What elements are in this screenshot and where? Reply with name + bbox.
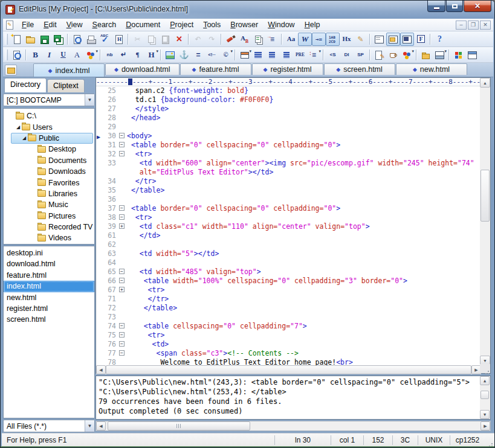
editor-vertical-scrollbar[interactable]: ▲ ▼: [480, 78, 490, 365]
new-html-page-button[interactable]: [112, 33, 126, 46]
tree-item-music[interactable]: Music: [4, 199, 94, 210]
scrollbar-thumb[interactable]: [108, 421, 250, 430]
bold-button[interactable]: B: [28, 48, 42, 62]
tab-index.html[interactable]: ◆index.html: [33, 63, 105, 77]
code-area[interactable]: 25 span.c2 {font-weight: bold}26 td.c1 {…: [96, 86, 481, 365]
cup-button[interactable]: [386, 48, 400, 62]
save-all-button[interactable]: [51, 33, 65, 46]
file-filter-select[interactable]: All Files (*.*) ▼: [3, 420, 95, 432]
save-button[interactable]: [37, 33, 51, 46]
file-item-download-html[interactable]: download.html: [4, 258, 94, 269]
tab-new.html[interactable]: ◆new.html: [396, 63, 467, 75]
anchor-button[interactable]: ⚓: [177, 48, 191, 62]
line-break-button[interactable]: ↵: [117, 48, 131, 62]
fold-collapse-icon[interactable]: −: [119, 323, 125, 328]
tree-item-libraries[interactable]: Libraries: [4, 188, 94, 199]
scroll-up-arrow[interactable]: ▲: [480, 376, 490, 385]
find-word-button[interactable]: [238, 33, 251, 46]
nbsp-button[interactable]: nb: [103, 48, 117, 62]
output-vertical-scrollbar[interactable]: ▲ ▼: [480, 376, 490, 419]
frame-button[interactable]: [465, 48, 479, 62]
output-text[interactable]: "C:\Users\Public\new.html"(243,3): <tabl…: [96, 376, 480, 419]
user-tools-button[interactable]: ✎: [354, 33, 367, 46]
div-button[interactable]: DI: [340, 48, 354, 62]
context-help-button[interactable]: ?: [433, 33, 447, 46]
tab-download.html[interactable]: ◆download.html: [105, 63, 180, 75]
pre-button[interactable]: PRE: [293, 48, 307, 62]
menu-window[interactable]: Window: [263, 19, 299, 30]
window-resize-grip[interactable]: [485, 434, 494, 446]
font-button[interactable]: A: [70, 48, 84, 62]
tab-register.html[interactable]: ◆register.html: [252, 63, 323, 75]
close-button[interactable]: ✕: [464, 1, 491, 12]
tree-item-documents[interactable]: Documents: [4, 155, 94, 166]
fold-collapse-icon[interactable]: −: [119, 214, 125, 220]
expand-arrow-icon[interactable]: ◢: [21, 135, 28, 141]
spell-check-button[interactable]: [98, 33, 112, 46]
print-preview-button[interactable]: [70, 33, 84, 46]
file-item-index-html[interactable]: index.html: [4, 281, 94, 292]
resize-grip[interactable]: [480, 364, 490, 373]
file-item-screen-html[interactable]: screen.html: [4, 314, 94, 325]
chevron-down-icon[interactable]: ▼: [85, 420, 94, 432]
scrollbar-thumb[interactable]: [480, 391, 489, 399]
function-list-button[interactable]: F: [414, 33, 428, 46]
quick-edit-button[interactable]: [372, 48, 386, 62]
toggle-case-button[interactable]: Aa: [284, 33, 298, 46]
print-button[interactable]: [84, 33, 98, 46]
minimize-button[interactable]: [427, 1, 445, 12]
editor-horizontal-scrollbar[interactable]: ◀ ▶: [96, 365, 481, 374]
menu-tools[interactable]: Tools: [198, 19, 225, 30]
comment-button[interactable]: <!··: [205, 48, 219, 62]
fold-expand-icon[interactable]: +: [119, 287, 125, 292]
word-wrap-button[interactable]: W: [298, 33, 312, 46]
heading-button[interactable]: H▾: [144, 48, 158, 62]
file-item-new-html[interactable]: new.html: [4, 292, 94, 303]
file-item-desktop-ini[interactable]: desktop.ini: [4, 248, 94, 258]
tree-item-videos[interactable]: Videos: [4, 232, 94, 243]
mdi-minimize-button[interactable]: –: [456, 21, 467, 30]
browser-preview-button[interactable]: [10, 48, 24, 62]
align-left-button[interactable]: [251, 48, 265, 62]
fold-collapse-icon[interactable]: −: [119, 205, 125, 211]
color-button[interactable]: ▾: [84, 48, 98, 62]
tree-item-users[interactable]: ◢Users: [4, 121, 94, 132]
menu-search[interactable]: Search: [88, 19, 121, 30]
copy-lines-button[interactable]: [251, 33, 265, 46]
strikeout-button[interactable]: <S: [326, 48, 340, 62]
tab-feature.html[interactable]: ◆feature.html: [180, 63, 251, 75]
output-horizontal-scrollbar[interactable]: ◀ ▶: [95, 421, 491, 431]
tree-item-downloads[interactable]: Downloads: [4, 166, 94, 177]
tree-item-recorded-tv[interactable]: Recorded TV: [4, 222, 94, 232]
fold-collapse-icon[interactable]: −: [119, 278, 125, 283]
horizontal-rule-button[interactable]: =: [191, 48, 205, 62]
menu-document[interactable]: Document: [121, 19, 165, 30]
menu-file[interactable]: File: [17, 19, 39, 30]
sync-directory-button[interactable]: [419, 48, 433, 62]
menu-view[interactable]: View: [62, 19, 88, 30]
windows-colors-button[interactable]: [451, 48, 465, 62]
span-button[interactable]: SP: [354, 48, 367, 62]
tree-item-favorites[interactable]: Favorites: [4, 177, 94, 188]
fold-collapse-icon[interactable]: −: [119, 133, 125, 138]
fold-collapse-icon[interactable]: −: [119, 142, 125, 147]
cliptext-window-button[interactable]: [400, 33, 414, 46]
sorted-list-button[interactable]: [265, 33, 279, 46]
directory-window-button[interactable]: [386, 33, 400, 46]
italic-button[interactable]: I: [42, 48, 56, 62]
image-button[interactable]: [163, 48, 177, 62]
scroll-down-arrow[interactable]: ▼: [480, 410, 490, 419]
split-window-button[interactable]: ▾: [433, 48, 447, 62]
auto-indent-button[interactable]: →=: [312, 33, 326, 46]
folder-icon[interactable]: [5, 65, 17, 75]
tree-item-pictures[interactable]: Pictures: [4, 211, 94, 222]
expand-arrow-icon[interactable]: ◢: [15, 124, 22, 130]
sidebar-tab-cliptext[interactable]: Cliptext: [47, 79, 85, 92]
list-button[interactable]: ▾: [307, 48, 321, 62]
sidebar-tab-directory[interactable]: Directory: [4, 78, 47, 92]
menu-edit[interactable]: Edit: [39, 19, 62, 30]
scroll-left-arrow[interactable]: ◀: [96, 421, 106, 430]
fold-collapse-icon[interactable]: −: [119, 332, 125, 338]
fold-collapse-icon[interactable]: −: [119, 350, 125, 356]
highlight-button[interactable]: [224, 33, 238, 46]
